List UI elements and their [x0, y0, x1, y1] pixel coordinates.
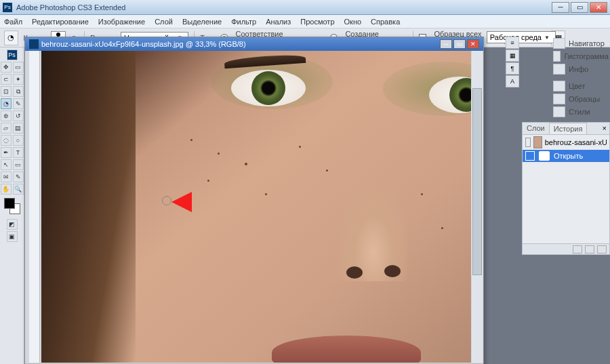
- new-document-button[interactable]: [585, 245, 594, 254]
- doc-close-button[interactable]: ✕: [467, 39, 479, 49]
- color-swatches[interactable]: [4, 198, 20, 214]
- menu-file[interactable]: Файл: [4, 18, 22, 26]
- swatches-icon: [553, 94, 565, 104]
- shape-tool[interactable]: ▭: [13, 159, 24, 170]
- type-tool[interactable]: T: [13, 147, 24, 158]
- app-title: Adobe Photoshop CS3 Extended: [16, 3, 125, 12]
- hand-tool[interactable]: ✋: [1, 184, 12, 195]
- histogram-panel-tab[interactable]: Гистограмма: [552, 49, 610, 62]
- image-region: [421, 193, 423, 195]
- snapshot-name: behrouz-sasani-xUo4xFp9I64-unspl: [545, 138, 607, 146]
- navigator-panel-tab[interactable]: Навигатор: [552, 37, 610, 49]
- history-step-label: Открыть: [554, 152, 583, 160]
- history-brush-source-icon[interactable]: [525, 151, 535, 161]
- eraser-tool[interactable]: ▱: [1, 123, 12, 134]
- new-snapshot-button[interactable]: [573, 245, 582, 254]
- menu-window[interactable]: Окно: [344, 18, 362, 26]
- history-step-open[interactable]: Открыть: [523, 150, 609, 162]
- collapsed-panel-icon[interactable]: A: [506, 75, 519, 87]
- window-minimize-button[interactable]: ─: [552, 2, 569, 13]
- workspace-select[interactable]: Рабочая среда ▼: [487, 31, 556, 43]
- vertical-ruler[interactable]: [29, 51, 40, 363]
- image-region: [245, 163, 247, 165]
- history-snapshot-row[interactable]: behrouz-sasani-xUo4xFp9I64-unspl: [523, 135, 609, 150]
- history-panel-footer: [523, 243, 609, 254]
- image-region: [272, 336, 421, 363]
- slice-tool[interactable]: ⧉: [13, 86, 24, 97]
- image-content: [41, 51, 471, 363]
- panel-tabstrip: Слои История ×: [523, 123, 609, 135]
- snapshot-visibility-icon[interactable]: [525, 138, 531, 147]
- brush-tool[interactable]: ✎: [13, 98, 24, 109]
- lasso-tool[interactable]: ⊂: [1, 74, 12, 85]
- image-region: [41, 51, 136, 363]
- pen-tool[interactable]: ✒: [1, 147, 12, 158]
- gradient-tool[interactable]: ▤: [13, 123, 24, 134]
- menu-view[interactable]: Просмотр: [300, 18, 334, 26]
- color-icon: [553, 81, 565, 92]
- canvas[interactable]: [41, 51, 471, 363]
- document-window: behrouz-sasani-xUo4xFp9I64-unsplash.jpg …: [24, 37, 484, 364]
- menu-select[interactable]: Выделение: [182, 18, 222, 26]
- image-region: [207, 180, 209, 182]
- path-select-tool[interactable]: ↖: [1, 159, 12, 170]
- window-close-button[interactable]: ✕: [590, 2, 607, 13]
- vertical-scrollbar[interactable]: [472, 51, 483, 363]
- image-region: [218, 153, 220, 155]
- window-maximize-button[interactable]: ▭: [571, 2, 588, 13]
- crop-tool[interactable]: ⊡: [1, 86, 12, 97]
- collapsed-panel-icon[interactable]: ▦: [506, 49, 519, 62]
- navigator-icon: [553, 38, 565, 49]
- titlebar: Ps Adobe Photoshop CS3 Extended ─ ▭ ✕: [0, 0, 610, 15]
- document-title: behrouz-sasani-xUo4xFp9I64-unsplash.jpg …: [41, 40, 246, 48]
- move-tool[interactable]: ✥: [1, 62, 12, 73]
- history-tab[interactable]: История: [549, 123, 588, 134]
- delete-step-button[interactable]: [597, 245, 607, 254]
- menu-help[interactable]: Справка: [371, 18, 400, 26]
- app-icon: Ps: [3, 3, 12, 12]
- collapsed-panel-strip: ≡ ▦ ¶ A: [506, 37, 519, 88]
- menu-filter[interactable]: Фильтр: [231, 18, 256, 26]
- healing-brush-icon[interactable]: ◔: [4, 31, 18, 45]
- screenmode-toggle[interactable]: ▣: [7, 231, 18, 242]
- image-region: [231, 70, 306, 106]
- menu-edit[interactable]: Редактирование: [32, 18, 89, 26]
- healing-brush-tool[interactable]: ◔: [1, 98, 12, 109]
- panel-close-button[interactable]: ×: [600, 123, 609, 134]
- scrollbar-thumb[interactable]: [472, 88, 482, 275]
- menubar: Файл Редактирование Изображение Слой Выд…: [0, 15, 610, 28]
- brush-cursor-icon: [162, 196, 171, 205]
- info-panel-tab[interactable]: Инфо: [552, 62, 610, 75]
- marquee-tool[interactable]: ▭: [13, 62, 24, 73]
- styles-icon: [553, 106, 565, 117]
- collapsed-panel-icon[interactable]: ¶: [506, 62, 519, 75]
- wand-tool[interactable]: ✦: [13, 74, 24, 85]
- layers-tab[interactable]: Слои: [523, 123, 549, 134]
- image-region: [441, 227, 443, 229]
- menu-layer[interactable]: Слой: [155, 18, 173, 26]
- eyedropper-tool[interactable]: ✎: [13, 171, 24, 182]
- collapsed-panel-icon[interactable]: ≡: [506, 37, 519, 49]
- document-titlebar[interactable]: behrouz-sasani-xUo4xFp9I64-unsplash.jpg …: [25, 37, 483, 51]
- image-region: [299, 146, 301, 148]
- history-brush-tool[interactable]: ↺: [13, 110, 24, 121]
- menu-analysis[interactable]: Анализ: [266, 18, 291, 26]
- image-region: [265, 193, 267, 195]
- blur-tool[interactable]: ◌: [1, 135, 12, 146]
- zoom-tool[interactable]: 🔍: [13, 184, 24, 195]
- image-region: [326, 169, 328, 171]
- image-region: [190, 139, 192, 141]
- snapshot-thumbnail: [533, 136, 542, 148]
- dodge-tool[interactable]: ○: [13, 135, 24, 146]
- menu-image[interactable]: Изображение: [98, 18, 145, 26]
- quickmask-toggle[interactable]: ◩: [7, 219, 18, 230]
- styles-panel-tab[interactable]: Стили: [552, 105, 610, 118]
- doc-minimize-button[interactable]: ─: [440, 39, 452, 49]
- color-panel-tab[interactable]: Цвет: [552, 79, 610, 92]
- swatches-panel-tab[interactable]: Образцы: [552, 92, 610, 105]
- doc-maximize-button[interactable]: ▭: [453, 39, 466, 49]
- stamp-tool[interactable]: ⊛: [1, 110, 12, 121]
- panel-dock: ≡ ▦ ¶ A Навигатор Гистограмма Инфо Цвет …: [552, 37, 610, 118]
- foreground-color-swatch[interactable]: [4, 198, 15, 209]
- notes-tool[interactable]: ✉: [1, 171, 12, 182]
